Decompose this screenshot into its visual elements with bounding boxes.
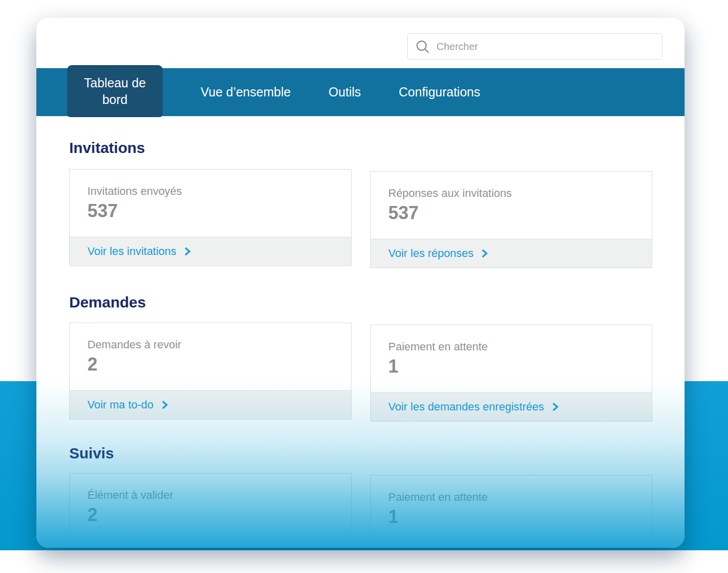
- card-body: Paiement en attente 1: [371, 325, 652, 392]
- card-grid: Élément à valider 2 Paiement en attente …: [69, 473, 652, 548]
- card-label: Réponses aux invitations: [389, 187, 652, 200]
- card-label: Élément à valider: [87, 489, 351, 502]
- app-window: Tableau de bord Vue d’ensemble Outils Co…: [36, 18, 685, 548]
- card-footer: Voir les réponses: [371, 239, 652, 268]
- card-grid: Demandes à revoir 2 Voir ma to-do: [69, 323, 652, 420]
- link-voir-ma-todo[interactable]: Voir ma to-do: [87, 398, 168, 411]
- tab-configurations[interactable]: Configurations: [399, 85, 480, 99]
- screenshot-stage: Tableau de bord Vue d’ensemble Outils Co…: [0, 0, 728, 573]
- tab-vue-densemble[interactable]: Vue d’ensemble: [201, 85, 290, 99]
- dashboard-content: Invitations Invitations envoyés 537 Voir…: [36, 139, 685, 548]
- card-body: Paiement en attente 1: [371, 476, 652, 548]
- card-link-label: Voir les invitations: [87, 245, 176, 258]
- search-input[interactable]: [436, 41, 654, 53]
- search-icon: [416, 40, 429, 54]
- tab-tableau-de-bord[interactable]: Tableau de bord: [67, 65, 163, 117]
- card-label: Paiement en attente: [389, 491, 652, 504]
- section-suivis: Suivis Élément à valider 2 Paiement en a…: [69, 445, 652, 548]
- section-title: Invitations: [69, 139, 652, 157]
- card-value: 1: [389, 506, 652, 528]
- chevron-right-icon: [161, 400, 168, 410]
- card-body: Demandes à revoir 2: [70, 323, 351, 390]
- section-title: Suivis: [69, 445, 652, 462]
- card-demandes-a-revoir: Demandes à revoir 2 Voir ma to-do: [69, 323, 352, 420]
- card-value: 537: [87, 200, 351, 222]
- main-nav: Tableau de bord Vue d’ensemble Outils Co…: [36, 68, 685, 116]
- card-link-label: Voir les demandes enregistrées: [389, 400, 544, 413]
- chevron-right-icon: [552, 402, 559, 412]
- card-paiement-en-attente: Paiement en attente 1 Voir les demandes …: [370, 325, 653, 422]
- card-element-a-valider: Élément à valider 2: [69, 473, 352, 548]
- card-value: 1: [389, 356, 652, 377]
- link-voir-demandes-enregistrees[interactable]: Voir les demandes enregistrées: [389, 400, 559, 413]
- card-value: 2: [87, 354, 351, 375]
- card-label: Paiement en attente: [389, 340, 652, 353]
- card-body: Élément à valider 2: [70, 474, 351, 548]
- card-footer: Voir les invitations: [70, 237, 351, 266]
- card-body: Réponses aux invitations 537: [371, 172, 652, 239]
- link-voir-les-invitations[interactable]: Voir les invitations: [87, 245, 191, 258]
- card-footer: Voir les demandes enregistrées: [371, 392, 652, 421]
- card-link-label: Voir les réponses: [389, 247, 474, 260]
- card-grid: Invitations envoyés 537 Voir les invitat…: [69, 169, 652, 266]
- card-label: Demandes à revoir: [87, 338, 351, 351]
- card-value: 537: [389, 202, 652, 224]
- card-footer: Voir ma to-do: [70, 390, 351, 419]
- card-value: 2: [87, 504, 351, 526]
- top-bar: [36, 18, 685, 68]
- tab-outils[interactable]: Outils: [328, 85, 361, 99]
- card-invitations-envoyes: Invitations envoyés 537 Voir les invitat…: [69, 169, 352, 266]
- card-label: Invitations envoyés: [87, 185, 351, 198]
- search-box[interactable]: [407, 33, 662, 60]
- section-title: Demandes: [69, 294, 652, 311]
- section-demandes: Demandes Demandes à revoir 2 Voir ma to-…: [69, 294, 652, 420]
- section-invitations: Invitations Invitations envoyés 537 Voir…: [69, 139, 652, 266]
- card-link-label: Voir ma to-do: [87, 398, 154, 411]
- card-reponses-invitations: Réponses aux invitations 537 Voir les ré…: [370, 171, 653, 268]
- link-voir-les-reponses[interactable]: Voir les réponses: [389, 247, 489, 260]
- card-body: Invitations envoyés 537: [70, 170, 351, 237]
- chevron-right-icon: [184, 246, 191, 256]
- card-paiement-en-attente-suivi: Paiement en attente 1: [370, 475, 653, 548]
- chevron-right-icon: [481, 248, 488, 258]
